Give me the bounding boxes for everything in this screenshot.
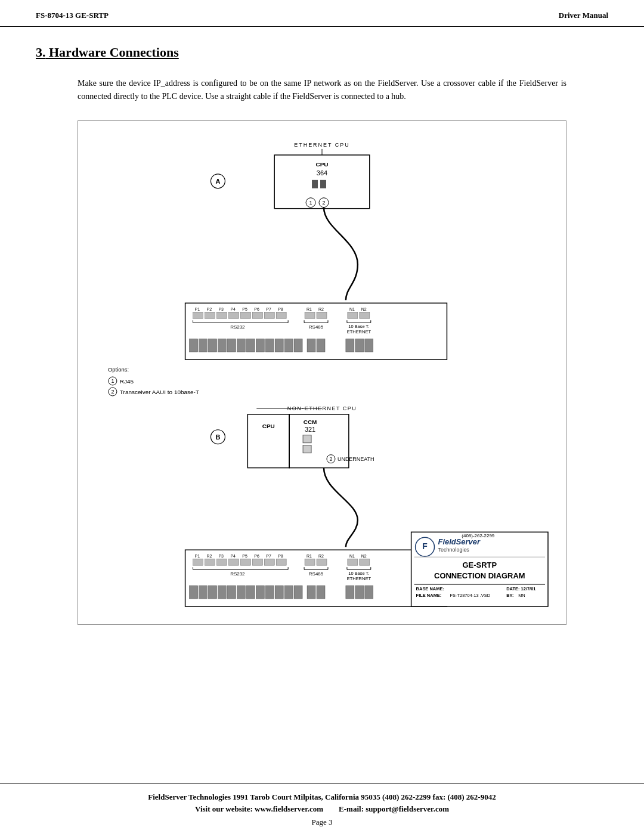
- svg-text:Technologies: Technologies: [438, 547, 470, 553]
- svg-rect-57: [246, 339, 255, 352]
- svg-rect-55: [227, 339, 236, 352]
- svg-text:R1: R1: [306, 554, 312, 558]
- footer-page: Page 3: [36, 817, 608, 827]
- svg-rect-107: [252, 559, 262, 565]
- svg-text:P2: P2: [206, 307, 212, 311]
- svg-text:P7: P7: [266, 307, 271, 311]
- svg-text:10 Base T.: 10 Base T.: [348, 571, 369, 576]
- svg-text:RS485: RS485: [309, 571, 324, 577]
- svg-rect-110: [305, 559, 315, 565]
- svg-rect-66: [355, 339, 364, 352]
- svg-text:N2: N2: [361, 554, 367, 558]
- svg-text:BY:: BY:: [506, 593, 513, 598]
- svg-rect-103: [205, 559, 215, 565]
- svg-rect-32: [264, 312, 274, 318]
- header-right: Driver Manual: [559, 11, 608, 20]
- svg-text:N1: N1: [349, 554, 355, 558]
- svg-text:P1: P1: [195, 554, 200, 558]
- svg-text:P7: P7: [266, 554, 271, 558]
- svg-rect-33: [276, 312, 286, 318]
- svg-rect-67: [365, 339, 373, 352]
- svg-rect-37: [360, 312, 370, 318]
- svg-text:CONNECTION DIAGRAM: CONNECTION DIAGRAM: [434, 571, 525, 580]
- svg-rect-51: [190, 339, 198, 352]
- svg-rect-8: [320, 180, 326, 188]
- svg-text:CPU: CPU: [315, 161, 328, 168]
- svg-text:N2: N2: [361, 307, 367, 311]
- svg-rect-52: [199, 339, 208, 352]
- svg-rect-31: [252, 312, 262, 318]
- svg-text:P8: P8: [278, 554, 283, 558]
- svg-text:RS232: RS232: [230, 324, 245, 330]
- svg-text:P8: P8: [278, 307, 283, 311]
- svg-text:N1: N1: [349, 307, 355, 311]
- svg-rect-53: [208, 339, 216, 352]
- svg-rect-140: [317, 586, 325, 599]
- header-left: FS-8704-13 GE-SRTP: [36, 11, 109, 20]
- svg-text:R1: R1: [306, 307, 312, 311]
- svg-text:P4: P4: [230, 307, 236, 311]
- intro-text: Make sure the device IP_address is confi…: [78, 77, 566, 104]
- svg-rect-141: [346, 586, 354, 599]
- svg-rect-108: [264, 559, 274, 565]
- svg-rect-84: [303, 435, 311, 443]
- svg-rect-35: [317, 312, 327, 318]
- diagram-svg: ETHERNET CPU A CPU 364 1 2: [90, 133, 554, 610]
- svg-rect-34: [305, 312, 315, 318]
- svg-rect-109: [276, 559, 286, 565]
- svg-rect-111: [317, 559, 327, 565]
- svg-rect-106: [240, 559, 250, 565]
- svg-text:CPU: CPU: [262, 423, 275, 429]
- svg-text:P3: P3: [218, 554, 224, 558]
- svg-rect-61: [284, 339, 293, 352]
- page-footer: FieldServer Technologies 1991 Tarob Cour…: [0, 784, 644, 833]
- svg-rect-137: [284, 586, 293, 599]
- svg-text:ETHERNET: ETHERNET: [347, 329, 371, 335]
- svg-rect-65: [346, 339, 354, 352]
- svg-text:10 Base T.: 10 Base T.: [348, 324, 369, 329]
- svg-text:364: 364: [317, 169, 327, 176]
- svg-rect-28: [216, 312, 227, 318]
- svg-rect-85: [303, 445, 311, 453]
- svg-text:B: B: [215, 433, 220, 440]
- svg-text:2: 2: [329, 456, 332, 462]
- svg-text:R2: R2: [206, 554, 212, 558]
- svg-text:RS232: RS232: [230, 571, 245, 577]
- svg-text:FS-T28704-13 .VSD: FS-T28704-13 .VSD: [450, 593, 490, 598]
- svg-text:CCM: CCM: [304, 419, 317, 425]
- svg-text:A: A: [215, 178, 220, 185]
- svg-rect-138: [294, 586, 302, 599]
- svg-text:RS485: RS485: [309, 324, 324, 330]
- svg-text:R2: R2: [318, 307, 324, 311]
- svg-rect-139: [307, 586, 315, 599]
- svg-text:2: 2: [111, 389, 114, 395]
- svg-text:P5: P5: [242, 307, 247, 311]
- page-content: 3. Hardware Connections Make sure the de…: [0, 27, 644, 784]
- svg-rect-136: [275, 586, 283, 599]
- svg-text:ETHERNET: ETHERNET: [347, 576, 371, 581]
- svg-rect-105: [228, 559, 239, 565]
- page-header: FS-8704-13 GE-SRTP Driver Manual: [0, 0, 644, 27]
- svg-rect-113: [360, 559, 370, 565]
- page-container: FS-8704-13 GE-SRTP Driver Manual 3. Hard…: [0, 0, 644, 833]
- svg-rect-102: [193, 559, 203, 565]
- diagram-box: ETHERNET CPU A CPU 364 1 2: [78, 120, 566, 625]
- svg-text:P1: P1: [195, 307, 200, 311]
- svg-rect-130: [218, 586, 226, 599]
- svg-rect-26: [193, 312, 203, 318]
- svg-text:1: 1: [111, 378, 114, 384]
- section-title: 3. Hardware Connections: [36, 45, 608, 60]
- svg-rect-30: [240, 312, 250, 318]
- svg-rect-112: [348, 559, 358, 565]
- svg-rect-104: [216, 559, 227, 565]
- footer-line1: FieldServer Technologies 1991 Tarob Cour…: [36, 792, 608, 802]
- svg-text:BASE NAME:: BASE NAME:: [416, 586, 444, 592]
- svg-rect-27: [205, 312, 215, 318]
- svg-text:FILE NAME:: FILE NAME:: [416, 593, 442, 598]
- svg-text:RJ45: RJ45: [120, 378, 134, 385]
- svg-rect-132: [237, 586, 245, 599]
- svg-text:UNDERNEATH: UNDERNEATH: [338, 456, 374, 462]
- svg-rect-131: [227, 586, 236, 599]
- svg-text:FieldServer: FieldServer: [438, 537, 481, 546]
- svg-rect-29: [228, 312, 239, 318]
